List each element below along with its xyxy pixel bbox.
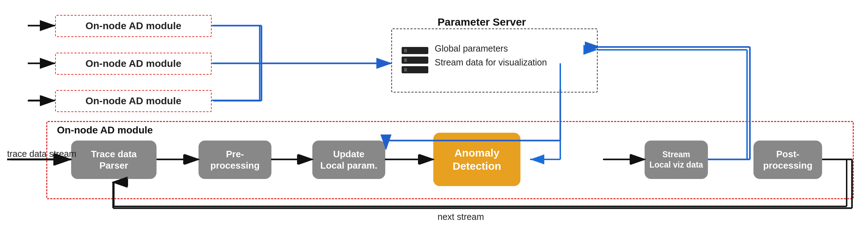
server-icon (400, 45, 430, 81)
next-stream-label: next stream (438, 212, 484, 222)
node-anomaly-detection: AnomalyDetection (433, 133, 520, 186)
module-box-3-label: On-node AD module (85, 95, 181, 107)
module-box-3: On-node AD module (55, 90, 212, 112)
param-server-content: Global parameters Stream data for visual… (435, 43, 547, 68)
node-trace-parser-label: Trace dataParser (91, 148, 137, 171)
module-box-1-label: On-node AD module (85, 20, 181, 32)
param-item-2: Stream data for visualization (435, 57, 547, 68)
node-trace-parser: Trace dataParser (71, 141, 157, 179)
parameter-server-box: Global parameters Stream data for visual… (391, 28, 598, 93)
node-update-local: UpdateLocal param. (312, 141, 385, 179)
svg-rect-56 (404, 49, 407, 52)
module-box-2-label: On-node AD module (85, 58, 181, 69)
node-postprocessing: Post-processing (753, 141, 822, 179)
module-box-2: On-node AD module (55, 53, 212, 75)
trace-data-stream-label: trace data stream (7, 149, 76, 159)
svg-rect-58 (404, 58, 407, 62)
node-postprocessing-label: Post-processing (763, 148, 813, 171)
node-update-local-label: UpdateLocal param. (320, 148, 377, 171)
node-anomaly-detection-label: AnomalyDetection (452, 146, 501, 173)
node-stream-local: StreamLocal viz data (645, 141, 708, 179)
parameter-server-title: Parameter Server (438, 16, 526, 28)
diagram-container: On-node AD module On-node AD module On-n… (0, 0, 868, 227)
node-stream-local-label: StreamLocal viz data (650, 149, 703, 170)
svg-rect-60 (404, 68, 407, 72)
param-item-1: Global parameters (435, 43, 547, 54)
module-box-1: On-node AD module (55, 15, 212, 37)
node-preprocessing-label: Pre-processing (210, 148, 260, 171)
node-preprocessing: Pre-processing (199, 141, 271, 179)
on-node-module-label: On-node AD module (57, 125, 153, 136)
